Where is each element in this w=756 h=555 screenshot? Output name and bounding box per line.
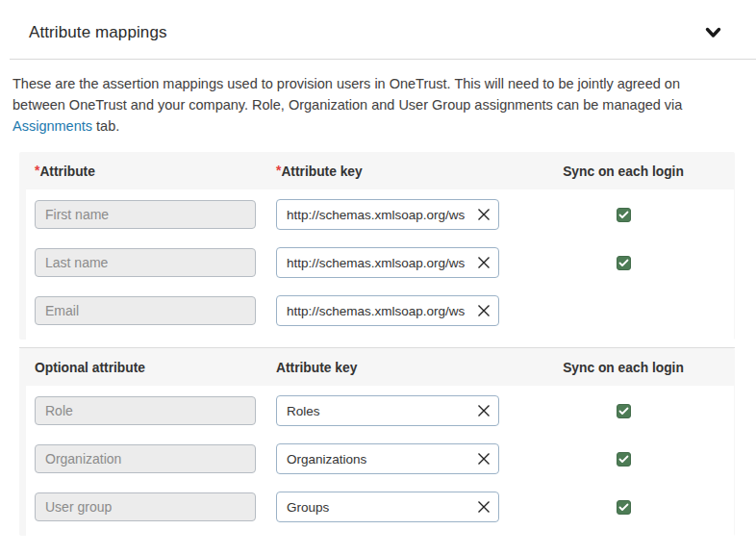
sync-checkbox[interactable] [617,256,631,270]
attribute-name-input [35,296,256,325]
clear-icon[interactable] [472,447,495,470]
sync-checkbox[interactable] [617,500,631,515]
description-text: These are the assertion mappings used to… [13,76,682,113]
assignments-link[interactable]: Assignments [13,118,92,134]
attribute-name-input [35,200,256,229]
mapping-row [26,247,734,278]
description-text-after: tab. [92,118,119,134]
mapping-row [26,443,734,474]
optional-attribute-column-header: Optional attribute [35,361,256,375]
optional-attributes-panel: Optional attribute Attribute key Sync on… [19,348,735,536]
mapping-row [26,395,734,426]
optional-table-header: Optional attribute Attribute key Sync on… [19,348,735,386]
required-table-header: *Attribute *Attribute key Sync on each l… [19,152,735,189]
chevron-down-icon [705,28,721,42]
sync-checkbox[interactable] [617,208,631,222]
required-table-body [26,189,734,340]
attribute-mappings-page: Attribute mappings These are the asserti… [0,0,756,555]
attribute-key-input[interactable] [276,492,499,522]
clear-icon[interactable] [472,495,495,518]
required-marker: * [276,164,281,178]
clear-icon[interactable] [472,251,495,274]
required-marker: * [35,164,39,178]
header-divider [10,59,756,60]
sync-checkbox[interactable] [617,404,631,418]
required-attributes-panel: *Attribute *Attribute key Sync on each l… [19,152,735,340]
attribute-name-input [35,492,256,521]
attribute-column-header: *Attribute [35,164,256,179]
clear-icon[interactable] [472,299,495,322]
attribute-name-input [35,444,256,473]
mapping-row [26,199,734,230]
attribute-key-column-header: *Attribute key [276,164,499,179]
mapping-row [26,492,734,522]
attribute-key-input[interactable] [276,443,499,474]
clear-icon[interactable] [472,203,495,226]
attribute-key-input[interactable] [276,247,499,278]
sync-column-header: Sync on each login [563,361,684,375]
sync-column-header: Sync on each login [563,164,684,179]
attribute-key-input[interactable] [276,395,499,426]
attribute-key-input[interactable] [276,199,499,230]
sync-checkbox[interactable] [617,452,631,467]
mapping-row [26,295,734,326]
section-header[interactable]: Attribute mappings [0,19,756,46]
optional-table-body [26,386,734,536]
section-description: These are the assertion mappings used to… [13,73,718,137]
collapse-section-button[interactable] [703,24,723,41]
clear-icon[interactable] [472,399,495,422]
attribute-name-input [35,248,256,277]
attribute-key-input[interactable] [276,295,499,326]
attribute-key-column-header: Attribute key [276,361,499,375]
page-title: Attribute mappings [29,23,167,42]
attribute-name-input [35,396,256,425]
